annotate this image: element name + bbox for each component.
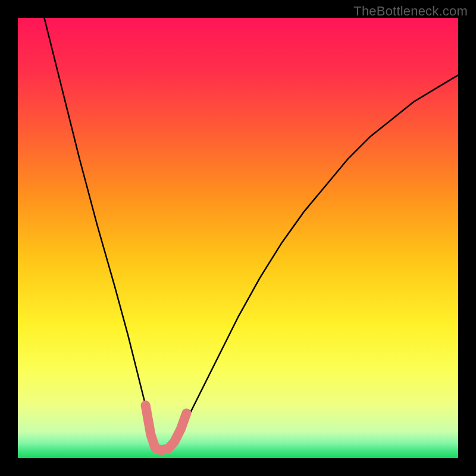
chart-svg — [18, 18, 458, 458]
chart-frame: TheBottleneck.com — [0, 0, 476, 476]
watermark-text: TheBottleneck.com — [353, 4, 468, 19]
curve-marker-segment — [146, 405, 187, 450]
bottleneck-curve — [44, 18, 458, 452]
plot-area — [18, 18, 458, 458]
